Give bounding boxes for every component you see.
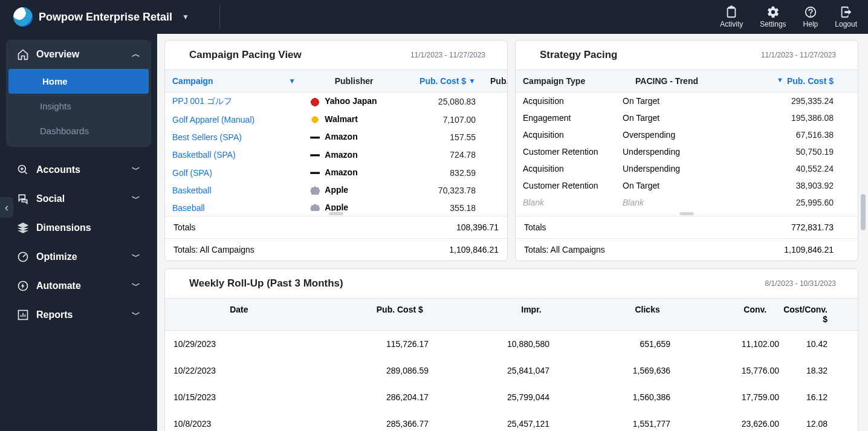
brand-selector[interactable]: Powpow Enterprise Retail ▼: [13, 5, 220, 29]
help-button[interactable]: Help: [803, 5, 818, 28]
cell-conv: 15,776.00: [679, 360, 788, 381]
cell-impr: 25,457,121: [437, 413, 558, 431]
cell-trend: On Target: [615, 96, 718, 106]
col-pacing-trend[interactable]: PACING - Trend: [615, 70, 718, 92]
help-icon: [804, 5, 817, 19]
nav-reports-label: Reports: [36, 309, 73, 320]
nav-group-overview: Overview ︿ Home Insights Dashboards: [6, 40, 151, 147]
col-pub-cost[interactable]: ▼Pub. Cost $: [718, 70, 858, 92]
nav-dimensions[interactable]: Dimensions: [6, 213, 151, 242]
campaign-pacing-body[interactable]: PPJ 001 ゴルフYahoo Japan25,080.83Golf Appa…: [165, 92, 507, 211]
col-cost[interactable]: Pub. Cost $ ▼: [405, 70, 483, 92]
col-pub-extra[interactable]: Pub.: [483, 70, 507, 92]
table-row[interactable]: Golf Apparel (Manual)Walmart7,107.00: [165, 111, 507, 128]
table-row[interactable]: Best Sellers (SPA)Amazon157.55: [165, 128, 507, 146]
strategy-pacing-daterange: 11/1/2023 - 11/27/2023: [761, 51, 836, 59]
filter-icon[interactable]: ▼: [288, 77, 296, 85]
table-row[interactable]: Customer RetentionUnderspending50,750.19: [516, 143, 858, 160]
weekly-body[interactable]: 10/29/2023115,726.1710,880,580651,65911,…: [165, 331, 858, 431]
table-row[interactable]: 10/29/2023115,726.1710,880,580651,65911,…: [165, 331, 858, 357]
sidebar-collapse-button[interactable]: ‹: [0, 197, 13, 218]
cell-cost: 38,903.92: [718, 181, 858, 190]
cell-publisher: Amazon: [303, 150, 405, 160]
chevron-down-icon: ﹀: [132, 280, 140, 291]
nav-optimize[interactable]: Optimize﹀: [6, 242, 151, 271]
table-row[interactable]: Golf (SPA)Amazon832.59: [165, 164, 507, 181]
table-row[interactable]: Basketball (SPA)Amazon724.78: [165, 146, 507, 164]
nav-social[interactable]: Social﹀: [6, 184, 151, 213]
nav-overview[interactable]: Overview ︿: [6, 40, 151, 69]
table-row[interactable]: 10/15/2023286,204.1725,799,0441,560,3861…: [165, 384, 858, 410]
col-conv[interactable]: Conv.: [669, 299, 775, 330]
nav-automate-label: Automate: [36, 280, 81, 291]
weekly-header-row: Date Pub. Cost $ Impr. Clicks Conv. Cost…: [165, 298, 858, 331]
sort-down-icon: ▼: [777, 76, 783, 86]
campaign-pacing-daterange: 11/1/2023 - 11/27/2023: [410, 51, 485, 59]
publisher-icon: [310, 204, 320, 211]
cell-cost: 285,366.77: [316, 413, 437, 431]
cell-campaign: PPJ 001 ゴルフ: [165, 96, 303, 107]
chevron-down-icon: ▼: [182, 13, 189, 21]
table-row[interactable]: BasketballApple70,323.78: [165, 181, 507, 199]
horizontal-scrollbar[interactable]: [165, 211, 507, 216]
content-area: Campaign Pacing View 11/1/2023 - 11/27/2…: [157, 34, 868, 431]
campaign-pacing-header-row: Campaign▼ Publisher Pub. Cost $ ▼ Pub.: [165, 70, 507, 92]
col-campaign-type[interactable]: Campaign Type: [516, 70, 615, 92]
publisher-icon: [310, 168, 320, 178]
col-pub-cost[interactable]: Pub. Cost $: [313, 299, 432, 330]
table-row[interactable]: AcquisitionUnderspending40,552.24: [516, 160, 858, 177]
table-row[interactable]: AcquisitionOverspending67,516.38: [516, 126, 858, 143]
table-row[interactable]: PPJ 001 ゴルフYahoo Japan25,080.83: [165, 92, 507, 111]
cell-cost: 7,107.00: [405, 115, 483, 125]
strategy-pacing-title: Strategy Pacing: [540, 49, 618, 61]
strategy-pacing-panel: Strategy Pacing 11/1/2023 - 11/27/2023 C…: [515, 40, 858, 261]
nav-automate[interactable]: Automate﹀: [6, 271, 151, 300]
activity-button[interactable]: Activity: [720, 5, 743, 28]
col-clicks[interactable]: Clicks: [550, 299, 669, 330]
table-row[interactable]: BaseballApple355.18: [165, 199, 507, 211]
cell-cost: 289,086.59: [316, 360, 437, 381]
table-row[interactable]: BlankBlank25,995.60: [516, 194, 858, 211]
table-row[interactable]: Customer RetentionOn Target38,903.92: [516, 177, 858, 194]
horizontal-scrollbar[interactable]: [516, 211, 858, 216]
activity-label: Activity: [720, 20, 743, 28]
col-date[interactable]: Date: [165, 299, 313, 330]
cell-publisher: Yahoo Japan: [303, 96, 405, 106]
cell-impr: 25,841,047: [437, 360, 558, 381]
table-row[interactable]: EngagementOn Target195,386.08: [516, 109, 858, 126]
col-cost-conv[interactable]: Cost/Conv. $: [775, 299, 858, 330]
cell-campaign: Best Sellers (SPA): [165, 132, 303, 142]
sidebar-item-dashboards[interactable]: Dashboards: [6, 118, 151, 143]
clipboard-icon: [725, 5, 738, 19]
nav-dashboards-label: Dashboards: [40, 126, 89, 136]
cell-type: Acquisition: [516, 164, 615, 173]
cell-cost: 50,750.19: [718, 147, 858, 157]
nav-reports[interactable]: Reports﹀: [6, 300, 151, 329]
home-icon: [17, 48, 29, 60]
cell-trend: Overspending: [615, 130, 718, 140]
filter-icon[interactable]: ▼: [468, 77, 476, 85]
sidebar-item-home[interactable]: Home: [8, 69, 149, 94]
col-campaign[interactable]: Campaign▼: [165, 70, 303, 92]
logout-button[interactable]: Logout: [835, 5, 857, 28]
cell-publisher: Apple: [303, 203, 405, 211]
settings-button[interactable]: Settings: [760, 5, 786, 28]
table-row[interactable]: 10/22/2023289,086.5925,841,0471,569,6361…: [165, 357, 858, 384]
strategy-pacing-body[interactable]: AcquisitionOn Target295,335.24Engagement…: [516, 92, 858, 211]
nav-accounts[interactable]: Accounts﹀: [6, 155, 151, 184]
cell-trend: Underspending: [615, 164, 718, 173]
table-row[interactable]: AcquisitionOn Target295,335.24: [516, 92, 858, 109]
cell-date: 10/15/2023: [165, 386, 316, 408]
page-scrollbar[interactable]: [860, 40, 866, 425]
sidebar-item-insights[interactable]: Insights: [6, 94, 151, 118]
col-impr[interactable]: Impr.: [432, 299, 550, 330]
cell-cost: 157.55: [405, 132, 483, 142]
cell-conv: 17,759.00: [679, 386, 788, 408]
table-row[interactable]: 10/8/2023285,366.7725,457,1211,551,77723…: [165, 410, 858, 431]
cell-type: Customer Retention: [516, 181, 615, 190]
col-publisher[interactable]: Publisher: [303, 70, 405, 92]
campaign-pacing-title: Campaign Pacing View: [189, 49, 302, 61]
cell-clicks: 1,560,386: [558, 386, 679, 408]
bolt-icon: [17, 280, 29, 292]
publisher-icon: [310, 115, 320, 125]
